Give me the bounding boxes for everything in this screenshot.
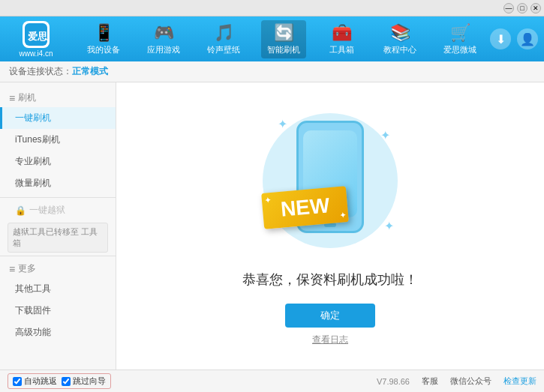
sidebar: ≡ 刷机 一键刷机 iTunes刷机 专业刷机 微量刷机 🔒 一键越狱 越狱工具… bbox=[0, 82, 116, 370]
sidebar-item-itunes-flash[interactable]: iTunes刷机 bbox=[0, 129, 116, 151]
new-badge-text: NEW bbox=[280, 193, 331, 221]
sidebar-item-save-flash[interactable]: 微量刷机 bbox=[0, 172, 116, 194]
sidebar-item-pro-flash[interactable]: 专业刷机 bbox=[0, 151, 116, 172]
status-prefix: 设备连接状态： bbox=[9, 65, 72, 78]
apps-games-label: 应用游戏 bbox=[147, 44, 180, 55]
navbar: 爱思 www.i4.cn 📱 我的设备 🎮 应用游戏 🎵 铃声壁纸 🔄 智能刷机… bbox=[0, 16, 544, 61]
maximize-button[interactable]: □ bbox=[517, 3, 527, 13]
weidian-label: 爱思微城 bbox=[443, 44, 476, 55]
version-text: V7.98.66 bbox=[377, 377, 410, 386]
jailbreak-info-text: 越狱工具已转移至 工具箱 bbox=[13, 227, 98, 247]
app-logo[interactable]: 爱思 www.i4.cn bbox=[6, 21, 66, 58]
flash-section-icon: ≡ bbox=[9, 92, 15, 104]
logo-icon: 爱思 bbox=[23, 21, 50, 48]
sidebar-item-one-click-flash[interactable]: 一键刷机 bbox=[0, 107, 116, 129]
my-device-icon: 📱 bbox=[94, 23, 114, 43]
sparkle-1-icon: ✦ bbox=[278, 117, 287, 131]
jailbreak-info-box: 越狱工具已转移至 工具箱 bbox=[8, 223, 108, 253]
sidebar-item-advanced[interactable]: 高级功能 bbox=[0, 322, 116, 343]
ringtone-label: 铃声壁纸 bbox=[207, 44, 240, 55]
sidebar-jailbreak-section: 🔒 一键越狱 bbox=[0, 201, 116, 220]
apps-games-icon: 🎮 bbox=[154, 23, 174, 43]
advanced-label: 高级功能 bbox=[15, 327, 51, 337]
nav-smart-flash[interactable]: 🔄 智能刷机 bbox=[261, 20, 306, 58]
status-bar: 设备连接状态： 正常模式 bbox=[0, 61, 544, 82]
minimize-button[interactable]: — bbox=[503, 3, 514, 13]
tutorial-icon: 📚 bbox=[390, 23, 410, 43]
other-tools-label: 其他工具 bbox=[15, 283, 51, 294]
sidebar-divider-1 bbox=[0, 197, 116, 198]
sidebar-flash-header: ≡ 刷机 bbox=[0, 88, 116, 107]
status-value: 正常模式 bbox=[72, 65, 108, 78]
pro-flash-label: 专业刷机 bbox=[15, 156, 51, 166]
nav-my-device[interactable]: 📱 我的设备 bbox=[81, 20, 126, 58]
one-click-flash-label: 一键刷机 bbox=[15, 112, 51, 123]
flash-section-label: 刷机 bbox=[18, 91, 36, 104]
nav-ringtone[interactable]: 🎵 铃声壁纸 bbox=[201, 20, 246, 58]
sidebar-item-other-tools[interactable]: 其他工具 bbox=[0, 278, 116, 300]
tutorial-label: 教程中心 bbox=[383, 44, 416, 55]
skip-wizard-checkbox-label[interactable]: 跳过向导 bbox=[62, 376, 106, 387]
bottom-right-section: V7.98.66 客服 微信公众号 检查更新 bbox=[377, 376, 536, 387]
wechat-link[interactable]: 微信公众号 bbox=[450, 376, 491, 387]
new-badge: ✦ NEW ✦ bbox=[263, 190, 347, 226]
check-update-button[interactable]: 检查更新 bbox=[503, 376, 536, 387]
main-content: ✦ ✦ ✦ ✦ NEW ✦ 恭喜您，保资料刷机成功啦！ bbox=[116, 82, 544, 370]
success-message: 恭喜您，保资料刷机成功啦！ bbox=[242, 271, 418, 289]
user-button[interactable]: 👤 bbox=[517, 28, 538, 49]
auto-follow-checkbox[interactable] bbox=[13, 377, 22, 386]
sidebar-more-header: ≡ 更多 bbox=[0, 259, 116, 278]
nav-apps-games[interactable]: 🎮 应用游戏 bbox=[141, 20, 186, 58]
smart-flash-label: 智能刷机 bbox=[267, 44, 300, 55]
main-layout: ≡ 刷机 一键刷机 iTunes刷机 专业刷机 微量刷机 🔒 一键越狱 越狱工具… bbox=[0, 82, 544, 370]
ringtone-icon: 🎵 bbox=[214, 23, 234, 43]
sidebar-item-download-firmware[interactable]: 下载固件 bbox=[0, 300, 116, 322]
service-link[interactable]: 客服 bbox=[422, 376, 438, 387]
nav-weidian[interactable]: 🛒 爱思微城 bbox=[437, 20, 482, 58]
title-bar: — □ ✕ bbox=[0, 0, 544, 16]
lock-icon: 🔒 bbox=[15, 205, 26, 216]
phone-illustration: ✦ ✦ ✦ ✦ NEW ✦ bbox=[255, 106, 405, 256]
auto-follow-checkbox-label[interactable]: 自动跳返 bbox=[13, 376, 57, 387]
more-section-icon: ≡ bbox=[9, 263, 15, 275]
skip-wizard-checkbox[interactable] bbox=[62, 377, 71, 386]
save-flash-label: 微量刷机 bbox=[15, 178, 51, 188]
close-button[interactable]: ✕ bbox=[530, 3, 541, 13]
confirm-button[interactable]: 确定 bbox=[285, 304, 375, 328]
more-section-label: 更多 bbox=[18, 262, 36, 275]
sparkle-right: ✦ bbox=[339, 211, 346, 220]
skip-wizard-label: 跳过向导 bbox=[73, 376, 106, 387]
sparkle-2-icon: ✦ bbox=[380, 128, 390, 142]
nav-items: 📱 我的设备 🎮 应用游戏 🎵 铃声壁纸 🔄 智能刷机 🧰 工具箱 📚 教程中心… bbox=[74, 20, 490, 58]
diary-link[interactable]: 查看日志 bbox=[312, 334, 348, 346]
weidian-icon: 🛒 bbox=[450, 23, 470, 43]
bottom-bar: 自动跳返 跳过向导 V7.98.66 客服 微信公众号 检查更新 📱 iPhon… bbox=[0, 370, 544, 392]
auto-follow-label: 自动跳返 bbox=[24, 376, 57, 387]
smart-flash-icon: 🔄 bbox=[274, 23, 294, 43]
svg-text:爱思: 爱思 bbox=[28, 31, 47, 42]
sidebar-divider-2 bbox=[0, 256, 116, 256]
toolbox-label: 工具箱 bbox=[329, 44, 354, 55]
my-device-label: 我的设备 bbox=[87, 44, 120, 55]
jailbreak-label: 一键越狱 bbox=[29, 204, 65, 217]
nav-tutorial[interactable]: 📚 教程中心 bbox=[377, 20, 422, 58]
sparkle-left: ✦ bbox=[264, 196, 271, 205]
nav-toolbox[interactable]: 🧰 工具箱 bbox=[321, 20, 362, 58]
toolbox-icon: 🧰 bbox=[332, 23, 352, 43]
nav-right-buttons: ⬇ 👤 bbox=[490, 28, 538, 49]
sparkle-3-icon: ✦ bbox=[384, 219, 394, 233]
download-button[interactable]: ⬇ bbox=[490, 28, 511, 49]
logo-url: www.i4.cn bbox=[19, 49, 53, 58]
itunes-flash-label: iTunes刷机 bbox=[15, 134, 60, 145]
download-firmware-label: 下载固件 bbox=[15, 305, 51, 316]
